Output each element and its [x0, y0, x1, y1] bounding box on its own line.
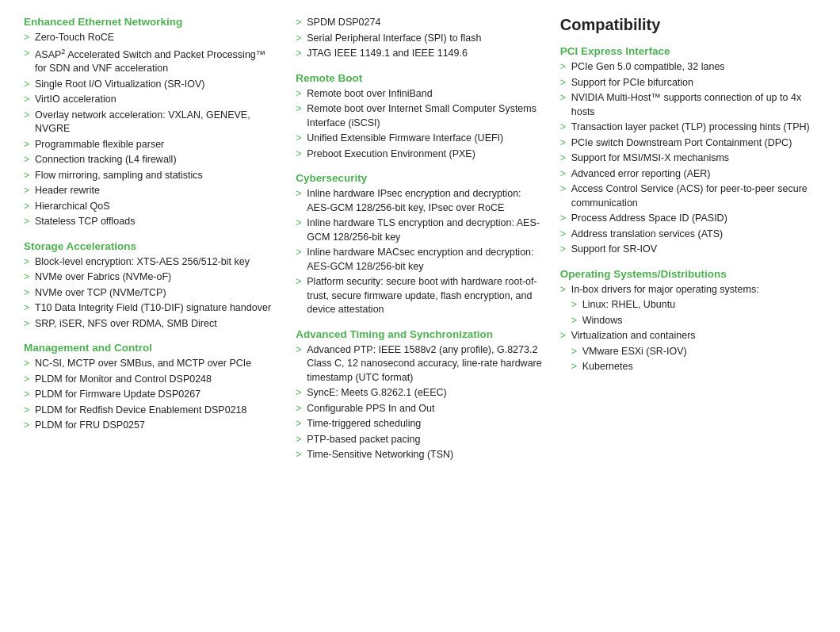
list-item: In-box drivers for major operating syste… [560, 283, 816, 297]
column-1: Enhanced Ethernet Networking Zero-Touch … [24, 16, 288, 465]
list-item: Time-Sensitive Networking (TSN) [296, 448, 544, 462]
list-item: Preboot Execution Environment (PXE) [296, 147, 544, 162]
list-item: JTAG IEEE 1149.1 and IEEE 1149.6 [296, 47, 544, 61]
timing-list: Advanced PTP: IEEE 1588v2 (any profile),… [296, 343, 544, 462]
list-item: Unified Extensible Firmware Interface (U… [296, 132, 544, 146]
enhanced-ethernet-list: Zero-Touch RoCE ASAP2 Accelerated Switch… [24, 31, 280, 229]
section-title-os: Operating Systems/Distributions [560, 268, 816, 280]
list-item: PCIe Gen 5.0 compatible, 32 lanes [560, 60, 816, 75]
list-item: Support for PCIe bifurcation [560, 76, 816, 90]
list-item: PLDM for Redfish Device Enablement DSP02… [24, 404, 280, 418]
list-item: Header rewrite [24, 184, 280, 198]
list-item: Support for MSI/MSI-X mechanisms [560, 151, 816, 166]
list-item: Time-triggered scheduling [296, 417, 544, 431]
list-item: PLDM for Monitor and Control DSP0248 [24, 373, 280, 387]
list-item-sub: Windows [560, 314, 816, 328]
list-item-sub: Linux: RHEL, Ubuntu [560, 298, 816, 312]
list-item: PLDM for FRU DSP0257 [24, 419, 280, 433]
column-3-compatibility: Compatibility PCI Express Interface PCIe… [552, 16, 816, 465]
list-item: Remote boot over Internet Small Computer… [296, 102, 544, 130]
section-title-management: Management and Control [24, 342, 280, 354]
list-item: ASAP2 Accelerated Switch and Packet Proc… [24, 47, 280, 76]
list-item: Hierarchical QoS [24, 200, 280, 214]
list-item: Inline hardware MACsec encryption and de… [296, 246, 544, 274]
compatibility-title: Compatibility [560, 16, 816, 34]
list-item: Programmable flexible parser [24, 138, 280, 152]
cybersecurity-list: Inline hardware IPsec encryption and dec… [296, 187, 544, 317]
list-item: Transaction layer packet (TLP) processin… [560, 121, 816, 135]
section-title-timing: Advanced Timing and Synchronization [296, 328, 544, 340]
continuation-list: SPDM DSP0274 Serial Peripheral Interface… [296, 16, 544, 61]
list-item: PLDM for Firmware Update DSP0267 [24, 388, 280, 402]
list-item: Serial Peripheral Interface (SPI) to fla… [296, 32, 544, 46]
list-item: Single Root I/O Virtualization (SR-IOV) [24, 78, 280, 92]
list-item: Platform security: secure boot with hard… [296, 275, 544, 317]
list-item: SRP, iSER, NFS over RDMA, SMB Direct [24, 317, 280, 331]
storage-list: Block-level encryption: XTS-AES 256/512-… [24, 255, 280, 331]
pci-list: PCIe Gen 5.0 compatible, 32 lanes Suppor… [560, 60, 816, 257]
list-item: NVIDIA Multi-Host™ supports connection o… [560, 91, 816, 119]
list-item: Remote boot over InfiniBand [296, 87, 544, 102]
list-item: NC-SI, MCTP over SMBus, and MCTP over PC… [24, 357, 280, 371]
list-item: Advanced PTP: IEEE 1588v2 (any profile),… [296, 343, 544, 385]
section-title-pci: PCI Express Interface [560, 45, 816, 57]
column-2: SPDM DSP0274 Serial Peripheral Interface… [288, 16, 552, 465]
list-item-sub: VMware ESXi (SR-IOV) [560, 345, 816, 359]
list-item: Zero-Touch RoCE [24, 31, 280, 45]
list-item: Advanced error reporting (AER) [560, 167, 816, 182]
list-item: Address translation services (ATS) [560, 228, 816, 242]
section-title-enhanced-ethernet: Enhanced Ethernet Networking [24, 16, 280, 28]
list-item: PTP-based packet pacing [296, 433, 544, 447]
list-item: Inline hardware IPsec encryption and dec… [296, 187, 544, 215]
list-item: SyncE: Meets G.8262.1 (eEEC) [296, 386, 544, 400]
list-item: NVMe over TCP (NVMe/TCP) [24, 286, 280, 301]
list-item: Support for SR-IOV [560, 243, 816, 257]
list-item: Stateless TCP offloads [24, 215, 280, 229]
list-item: Access Control Service (ACS) for peer-to… [560, 182, 816, 210]
section-title-cybersecurity: Cybersecurity [296, 172, 544, 184]
list-item: Inline hardware TLS encryption and decry… [296, 216, 544, 244]
list-item: T10 Data Integrity Field (T10-DIF) signa… [24, 301, 280, 316]
management-list: NC-SI, MCTP over SMBus, and MCTP over PC… [24, 357, 280, 433]
list-item: PCIe switch Downstream Port Containment … [560, 136, 816, 151]
remote-boot-list: Remote boot over InfiniBand Remote boot … [296, 87, 544, 162]
section-title-remote-boot: Remote Boot [296, 72, 544, 84]
list-item: Block-level encryption: XTS-AES 256/512-… [24, 255, 280, 270]
section-title-storage: Storage Accelerations [24, 240, 280, 252]
list-item: Virtualization and containers [560, 329, 816, 343]
list-item: Flow mirroring, sampling and statistics [24, 169, 280, 183]
list-item: Connection tracking (L4 firewall) [24, 153, 280, 167]
list-item: NVMe over Fabrics (NVMe-oF) [24, 270, 280, 285]
list-item: Overlay network acceleration: VXLAN, GEN… [24, 109, 280, 136]
list-item: SPDM DSP0274 [296, 16, 544, 30]
list-item-sub: Kubernetes [560, 360, 816, 374]
list-item: VirtIO acceleration [24, 93, 280, 107]
list-item: Process Address Space ID (PASID) [560, 212, 816, 226]
os-list: In-box drivers for major operating syste… [560, 283, 816, 374]
list-item: Configurable PPS In and Out [296, 402, 544, 416]
